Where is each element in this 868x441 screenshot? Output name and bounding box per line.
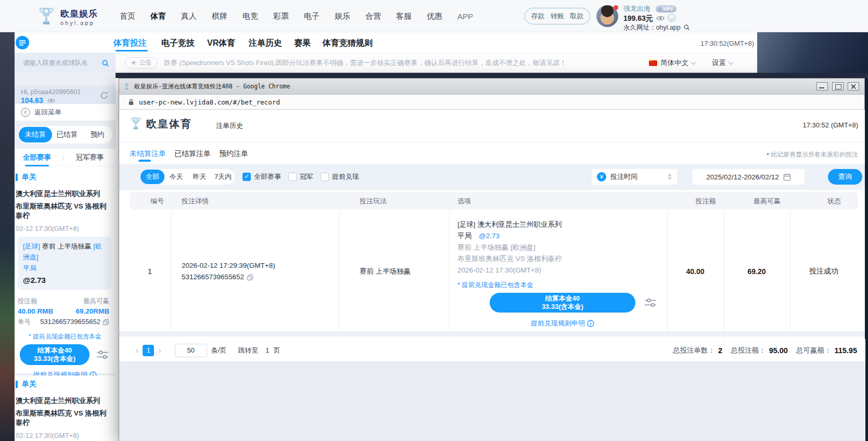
table-header: 编号 投注详情 投注玩法 选项 投注额 最高可赢 状态 — [130, 192, 858, 210]
maximize-button[interactable] — [832, 82, 844, 90]
chevron-down-icon[interactable] — [668, 14, 675, 22]
table-row: 1 2026-02-12 17:29:39(GMT+8) 53126657396… — [119, 212, 865, 331]
user-avatar[interactable] — [596, 5, 618, 27]
bet-stats: 投注额最高可赢 40.00 RMB69.20RMB 单号 53126657396… — [15, 290, 116, 327]
subnav-results[interactable]: 赛果 — [294, 38, 311, 49]
transfer-button[interactable]: 转账 — [551, 11, 564, 21]
match-name: 布里斯班奥林匹克 VS 洛根利泰柠 — [15, 406, 116, 427]
range-today[interactable]: 今天 — [164, 172, 188, 181]
deposit-button[interactable]: 存款 — [531, 11, 545, 21]
close-button[interactable] — [848, 82, 859, 90]
minimize-button[interactable] — [816, 82, 828, 90]
copy-icon[interactable] — [247, 274, 253, 281]
prev-page-button[interactable]: ‹ — [136, 346, 138, 355]
eye-icon[interactable] — [47, 98, 55, 103]
tab-reserved[interactable]: 预约 — [82, 130, 112, 139]
bet-selection-box: [足球] 赛前 上半场独赢 [欧洲盘] 平局 @2.73 — [18, 237, 111, 290]
checkbox-icon[interactable] — [321, 173, 329, 181]
range-7days[interactable]: 7天内 — [211, 172, 235, 181]
jump-page-value[interactable]: 1 — [265, 346, 269, 354]
bet-type-header: 单关 — [15, 375, 116, 389]
chrome-window: 欧皇娱乐-亚洲在线体育竞猜投注408 - Google Chrome user-… — [119, 78, 865, 441]
records-note: 此记录将显示所有未派彩的投注 — [767, 150, 858, 159]
checkbox-champion[interactable]: 冠军 — [288, 172, 313, 181]
max-win-value: 69.20RMB — [75, 306, 109, 317]
lock-icon[interactable] — [129, 98, 134, 106]
checkbox-all-events[interactable]: 全部赛事 — [242, 172, 281, 181]
back-to-menu[interactable]: 返回菜单 — [15, 104, 116, 121]
window-clock: 17:30:52 (GMT+8) — [802, 121, 858, 129]
subnav-bet-history[interactable]: 注单历史 — [249, 38, 282, 49]
cashout-button[interactable]: 结算本金40 33.33(含本金) — [20, 344, 90, 365]
match-time: 02-12 17:30(GMT+8) — [15, 220, 116, 232]
tab-settled[interactable]: 已结算 — [52, 130, 82, 139]
current-page-button[interactable]: 1 — [143, 345, 154, 356]
per-page-label: 条/页 — [211, 346, 227, 355]
eye-icon[interactable] — [656, 16, 665, 21]
refresh-icon[interactable] — [99, 90, 109, 100]
nav-cards[interactable]: 棋牌 — [212, 11, 227, 21]
checkbox-icon[interactable] — [288, 173, 297, 181]
subnav-esports[interactable]: 电子竞技 — [161, 38, 195, 49]
yen-icon: ¥ — [597, 172, 606, 181]
team-search-box[interactable]: 请输入联赛名或球队名 — [15, 53, 116, 73]
withdraw-button[interactable]: 取款 — [570, 11, 584, 21]
next-page-button[interactable]: › — [158, 346, 161, 355]
language-selector[interactable]: 简体中文 — [649, 53, 695, 73]
nav-promo[interactable]: 优惠 — [427, 11, 442, 21]
tab-unsettled-records[interactable]: 未结算注单 — [130, 149, 166, 159]
sliders-icon[interactable] — [96, 349, 109, 360]
tab-reserved-records[interactable]: 预约注单 — [219, 149, 248, 159]
range-yesterday[interactable]: 昨天 — [188, 172, 211, 181]
bet-play-type: 赛前 上半场独赢 — [360, 267, 411, 276]
match-name: 布里斯班奥林匹克 VS 洛根利泰柠 — [457, 253, 676, 265]
tab-all-events[interactable]: 全部赛事 — [23, 153, 51, 162]
tab-settled-records[interactable]: 已结算注单 — [174, 149, 211, 159]
checkbox-icon[interactable] — [242, 173, 251, 181]
tab-unsettled[interactable]: 未结算 — [19, 127, 52, 142]
page-background-top-right — [757, 32, 868, 78]
logo-subtitle: ohyl.app — [60, 20, 98, 26]
settings-selector[interactable]: 设置 — [712, 53, 733, 73]
nav-app[interactable]: APP — [457, 12, 473, 21]
checkbox-cashout[interactable]: 提前兑现 — [321, 172, 359, 181]
nav-lottery[interactable]: 彩票 — [273, 11, 289, 21]
copy-icon[interactable] — [103, 319, 109, 326]
nav-casino[interactable]: 娱乐 — [335, 11, 350, 21]
menu-icon[interactable] — [16, 36, 29, 49]
tab-champion-events[interactable]: 冠军赛事 — [75, 153, 104, 162]
total-stake: 95.00 — [769, 346, 788, 355]
address-bar[interactable]: user-pc-new.lvjida8.com/#/bet_record — [119, 95, 864, 110]
sliders-icon[interactable] — [644, 297, 657, 308]
site-logo[interactable]: 欧皇娱乐 ohyl.app — [37, 6, 98, 27]
pagination-bar: ‹ 1 › 条/页 跳转至 1 页 总投注单数：2 总投注额：95.00 总可赢… — [119, 339, 865, 361]
nav-esports[interactable]: 电竞 — [242, 11, 258, 21]
nav-affiliate[interactable]: 合营 — [365, 11, 381, 21]
page-title: 注单历史 — [216, 121, 243, 131]
subnav-vr-sports[interactable]: VR体育 — [207, 38, 235, 49]
nav-slots[interactable]: 电子 — [304, 11, 320, 21]
jump-label: 跳转至 — [238, 346, 258, 355]
nav-sports[interactable]: 体育 — [150, 11, 166, 21]
range-all[interactable]: 全部 — [141, 170, 164, 184]
date-range-input[interactable]: 2025/02/12-2026/02/12 — [693, 169, 805, 185]
subnav-sports-betting[interactable]: 体育投注 — [113, 38, 147, 49]
nav-service[interactable]: 客服 — [396, 11, 412, 21]
window-title-bar[interactable]: 欧皇娱乐-亚洲在线体育竞猜投注408 - Google Chrome — [119, 79, 864, 95]
subnav-rules[interactable]: 体育竞猜规则 — [323, 38, 373, 49]
query-button[interactable]: 查询 — [828, 169, 862, 185]
url-text: user-pc-new.lvjida8.com/#/bet_record — [139, 98, 280, 106]
nav-home[interactable]: 首页 — [120, 11, 135, 21]
announcement-bar: 公告 跌赛 (Speedrunners VS Shots Fired),因部分玩… — [116, 53, 757, 73]
search-icon[interactable] — [101, 59, 109, 67]
trophy-logo-icon — [130, 116, 142, 132]
stake-value: 40.00 RMB — [18, 306, 53, 317]
cashout-button[interactable]: 结算本金40 33.33(含本金) — [490, 293, 635, 313]
page-size-input[interactable] — [175, 344, 207, 357]
sort-dropdown[interactable]: ¥ 投注时间 — [592, 169, 677, 185]
page-clock: 17:30:52(GMT+8) — [693, 40, 754, 47]
search-placeholder: 请输入联赛名或球队名 — [23, 59, 101, 68]
nav-live[interactable]: 真人 — [181, 11, 197, 21]
search-icon[interactable] — [683, 24, 690, 31]
cashout-rule-link[interactable]: 提前兑现规则申明 — [457, 318, 668, 329]
